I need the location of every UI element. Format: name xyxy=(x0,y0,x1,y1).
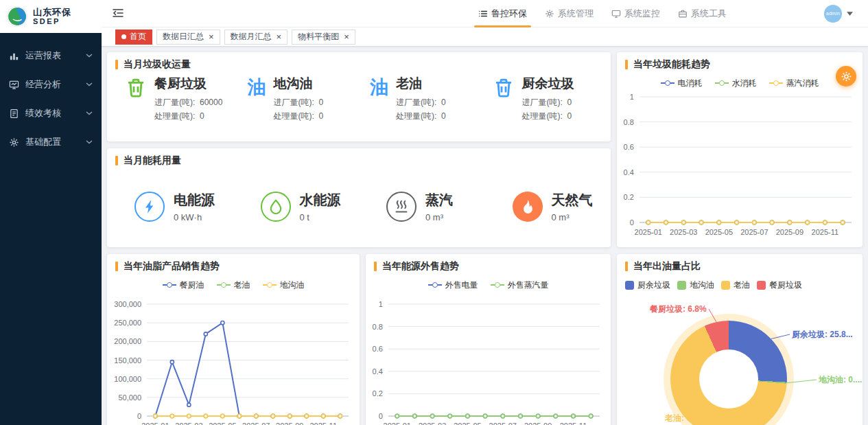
energy-items: 电能源 0 kW·h 水能源 0 t 蒸汽 0 m³ 天然气 0 m³ xyxy=(107,172,611,241)
energy-item-value: 0 t xyxy=(300,212,341,222)
legend-label: 外售蒸汽量 xyxy=(508,279,549,291)
user-menu[interactable]: admin xyxy=(824,5,853,23)
sidebar-menu: 运营报表经营分析绩效考核基础配置 xyxy=(0,33,102,157)
legend-item[interactable]: 厨余垃圾 xyxy=(625,279,670,291)
tab-1[interactable]: 数据日汇总× xyxy=(156,30,220,45)
sidebar-item-business-analysis[interactable]: 经营分析 xyxy=(0,70,102,99)
steam-icon xyxy=(393,198,410,215)
legend-item[interactable]: 老油 xyxy=(721,279,750,291)
svg-text:0.2: 0.2 xyxy=(624,193,634,201)
legend-item[interactable]: 蒸汽消耗 xyxy=(769,78,819,89)
waste-icon-wrap xyxy=(125,77,147,99)
line-chart-svg: 00.20.40.60.812025-012025-032025-052025-… xyxy=(366,293,611,425)
tab-3[interactable]: 物料平衡图× xyxy=(292,30,355,45)
tabbar: 首页数据日汇总×数据月汇总×物料平衡图× xyxy=(102,27,868,47)
svg-text:0.6: 0.6 xyxy=(373,345,383,353)
app-root: 山东环保 SDEP 运营报表经营分析绩效考核基础配置 鲁控环保系统管理系统监控系… xyxy=(0,0,868,425)
svg-text:100,000: 100,000 xyxy=(114,375,141,383)
legend-label: 老油 xyxy=(234,279,250,291)
waste-item-text: 地沟油进厂量(吨): 0处理量(吨): 0 xyxy=(274,75,324,124)
legend-item[interactable]: 电消耗 xyxy=(661,78,703,89)
gear-icon xyxy=(841,71,852,82)
nav-item-system-monitor[interactable]: 系统监控 xyxy=(611,0,660,27)
card-energy-sales-chart: 当年能源外售趋势 外售电量外售蒸汽量 00.20.40.60.812025-01… xyxy=(366,254,611,425)
tab-2[interactable]: 数据月汇总× xyxy=(224,30,288,45)
legend-item[interactable]: 地沟油 xyxy=(263,279,305,291)
energy-item-value: 0 m³ xyxy=(552,212,593,222)
card-title: 当年出油量占比 xyxy=(633,260,701,273)
legend-item[interactable]: 外售蒸汽量 xyxy=(491,279,549,291)
legend-item[interactable]: 地沟油 xyxy=(677,279,714,291)
caret-down-icon xyxy=(847,12,853,16)
settings-fab[interactable] xyxy=(836,66,856,87)
waste-item-metric: 处理量(吨): 0 xyxy=(522,110,574,124)
tab-0[interactable]: 首页 xyxy=(115,30,152,45)
card-oil-sales-chart: 当年油脂产品销售趋势 餐厨油老油地沟油 050,000100,000150,00… xyxy=(107,254,360,425)
pie-slice-label: 地沟油: 0.... xyxy=(819,374,862,386)
waste-item-metric: 进厂量(吨): 0 xyxy=(396,96,446,110)
list-icon xyxy=(478,9,488,19)
nav-item-system-management[interactable]: 系统管理 xyxy=(545,0,594,27)
legend-item[interactable]: 水消耗 xyxy=(715,78,757,89)
chevron-down-icon xyxy=(86,82,93,87)
sidebar-collapse-button[interactable] xyxy=(111,8,125,20)
donut-hole xyxy=(699,349,758,409)
tab-label: 物料平衡图 xyxy=(298,31,339,43)
sidebar-item-performance-assessment[interactable]: 绩效考核 xyxy=(0,99,102,128)
chart-legend: 餐厨油老油地沟油 xyxy=(107,277,360,293)
sidebar-item-operations-report[interactable]: 运营报表 xyxy=(0,41,102,70)
nav-item-label: 系统监控 xyxy=(624,8,660,20)
logo: 山东环保 SDEP xyxy=(0,0,102,33)
svg-text:1: 1 xyxy=(379,300,383,308)
nav-item-lukong-env[interactable]: 鲁控环保 xyxy=(478,0,527,27)
trash-bin-icon xyxy=(125,77,147,99)
legend-item[interactable]: 老油 xyxy=(217,279,250,291)
waste-item-metric: 处理量(吨): 0 xyxy=(274,110,324,124)
chevron-down-icon xyxy=(86,140,93,144)
legend-item[interactable]: 餐厨油 xyxy=(163,279,204,291)
sidebar-item-label: 绩效考核 xyxy=(25,107,86,119)
waste-icon-wrap xyxy=(493,77,515,99)
svg-text:2025-03: 2025-03 xyxy=(175,422,202,425)
content: 当月垃圾收运量 餐厨垃圾进厂量(吨): 60000处理量(吨): 0油 地沟油进… xyxy=(102,47,868,425)
card-oil-share-pie: 当年出油量占比 厨余垃圾地沟油老油餐厨垃圾 厨余垃圾: 25.8...地沟油: … xyxy=(617,254,863,425)
legend-item[interactable]: 餐厨垃圾 xyxy=(757,279,802,291)
svg-text:2025-07: 2025-07 xyxy=(489,422,517,425)
svg-text:0: 0 xyxy=(379,412,383,420)
title-accent-bar xyxy=(115,156,118,165)
top-nav: 鲁控环保系统管理系统监控系统工具 xyxy=(478,0,727,27)
toolbox-icon xyxy=(678,9,688,19)
logo-name: 山东环保 xyxy=(33,8,71,17)
waste-item-metric: 进厂量(吨): 60000 xyxy=(154,96,222,110)
close-icon[interactable]: × xyxy=(209,32,214,41)
sidebar-item-basic-config[interactable]: 基础配置 xyxy=(0,128,102,157)
legend-label: 水消耗 xyxy=(732,78,757,89)
waste-item-text: 老油进厂量(吨): 0处理量(吨): 0 xyxy=(396,75,446,124)
card-title-row: 当年能源外售趋势 xyxy=(366,254,611,277)
svg-text:0.2: 0.2 xyxy=(373,389,383,398)
nav-item-label: 鲁控环保 xyxy=(491,8,527,20)
legend-line-marker xyxy=(428,284,442,286)
close-icon[interactable]: × xyxy=(277,32,282,41)
card-title: 当年油脂产品销售趋势 xyxy=(124,260,220,273)
close-icon[interactable]: × xyxy=(344,32,349,41)
svg-text:2025-03: 2025-03 xyxy=(419,422,446,425)
gear-icon xyxy=(545,9,554,19)
card-title-row: 当年垃圾能耗趋势 xyxy=(617,52,863,75)
legend-item[interactable]: 外售电量 xyxy=(428,279,478,291)
svg-text:2025-09: 2025-09 xyxy=(276,422,303,425)
svg-text:2025-07: 2025-07 xyxy=(740,228,768,236)
svg-text:2025-05: 2025-05 xyxy=(209,422,236,425)
waste-item-name: 厨余垃圾 xyxy=(522,75,574,93)
pie-slice-label: 厨余垃圾: 25.8... xyxy=(792,329,853,341)
card-title-row: 当年油脂产品销售趋势 xyxy=(107,254,360,277)
legend-swatch xyxy=(757,281,766,290)
chart-legend: 厨余垃圾地沟油老油餐厨垃圾 xyxy=(617,277,863,293)
collapse-icon xyxy=(111,8,125,19)
svg-text:200,000: 200,000 xyxy=(114,337,141,345)
nav-item-system-tools[interactable]: 系统工具 xyxy=(678,0,727,27)
svg-text:250,000: 250,000 xyxy=(114,319,141,327)
donut-chart[interactable] xyxy=(670,321,787,425)
legend-label: 厨余垃圾 xyxy=(637,279,670,291)
svg-text:0.4: 0.4 xyxy=(373,367,383,376)
